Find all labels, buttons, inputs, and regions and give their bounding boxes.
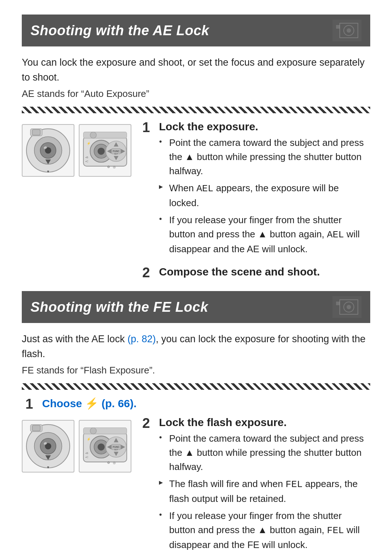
ae-intro-2: AE stands for “Auto Exposure” — [22, 88, 370, 99]
svg-text:◎: ◎ — [113, 461, 116, 465]
fe-steps-col: 2 Lock the flash exposure. Point the cam… — [142, 416, 370, 552]
ae-bullet-3: If you release your finger from the shut… — [159, 213, 370, 256]
ae-step-2-title: Compose the scene and shoot. — [159, 266, 320, 278]
fe-intro-2: FE stands for “Flash Exposure”. — [22, 365, 370, 376]
fe-intro-1: Just as with the AE lock (p. 82), you ca… — [22, 332, 370, 361]
fe-step-2: 2 Lock the flash exposure. Point the cam… — [142, 416, 370, 552]
svg-text:SET: SET — [114, 449, 118, 451]
svg-text:•C: •C — [85, 160, 89, 163]
svg-text:▼: ▼ — [46, 465, 50, 469]
fe-lock-section: Shooting with the FE Lock Just as with t… — [22, 291, 370, 552]
ae-bullet-1: Point the camera toward the subject and … — [159, 136, 370, 178]
ae-step-1-num: 1 — [142, 120, 155, 134]
ae-section-title: Shooting with the AE Lock — [30, 23, 209, 38]
ae-step-1: 1 Lock the exposure. Point the camera to… — [142, 120, 370, 259]
ae-images: ▼ FUNC SET — [22, 124, 131, 177]
fe-step-1: 1 Choose ⚡ (p. 66). — [22, 397, 370, 413]
svg-rect-38 — [32, 425, 40, 431]
ae-steps-col: 1 Lock the exposure. Point the camera to… — [142, 120, 370, 287]
ae-camera-top: ▼ — [22, 124, 74, 177]
fe-step-1-num: 1 — [25, 397, 38, 411]
ae-bullet-2: When AEL appears, the exposure will be l… — [159, 181, 370, 210]
svg-text:•B: •B — [85, 451, 88, 455]
ae-step-2-content: Compose the scene and shoot. — [159, 266, 320, 281]
fe-images: ▼ FUNC SET — [22, 420, 131, 473]
ae-step-2: 2 Compose the scene and shoot. — [142, 266, 370, 281]
ae-stripe-divider — [22, 107, 370, 113]
svg-point-31 — [347, 305, 351, 309]
svg-point-1 — [347, 28, 351, 33]
fe-content-row: ▼ FUNC SET — [22, 416, 370, 552]
fe-bullet-1: Point the camera toward the subject and … — [159, 432, 370, 474]
fe-step-2-bullets: Point the camera toward the subject and … — [159, 432, 370, 552]
fe-step-2-title: Lock the flash exposure. — [159, 416, 370, 429]
svg-point-14 — [98, 148, 105, 155]
fe-step-2-num: 2 — [142, 416, 155, 430]
svg-text:⚙: ⚙ — [107, 461, 110, 465]
svg-rect-8 — [32, 130, 40, 135]
ae-section-header: Shooting with the AE Lock — [22, 15, 370, 46]
svg-text:SET: SET — [114, 153, 118, 155]
ae-content-row: ▼ FUNC SET — [22, 120, 370, 287]
fe-page-ref[interactable]: (p. 82) — [127, 334, 156, 344]
svg-text:▼: ▼ — [46, 169, 50, 173]
fe-section-header: Shooting with the FE Lock — [22, 291, 370, 323]
ae-step-1-content: Lock the exposure. Point the camera towa… — [159, 120, 370, 259]
svg-point-54 — [90, 428, 96, 434]
ae-intro-1: You can lock the exposure and shoot, or … — [22, 55, 370, 85]
fe-header-graphic — [332, 296, 362, 318]
ae-lock-section: Shooting with the AE Lock You can lock t… — [22, 15, 370, 287]
ae-step-2-num: 2 — [142, 266, 155, 279]
fe-camera-top: ▼ — [22, 420, 74, 473]
fe-step-2-content: Lock the flash exposure. Point the camer… — [159, 416, 370, 552]
svg-point-44 — [98, 443, 105, 451]
ae-step-1-title: Lock the exposure. — [159, 120, 370, 133]
ae-header-graphic — [332, 20, 362, 41]
ae-step-1-bullets: Point the camera toward the subject and … — [159, 136, 370, 256]
svg-point-24 — [90, 132, 96, 138]
fe-stripe-divider — [22, 383, 370, 390]
fe-step-1-content: Choose ⚡ (p. 66). — [42, 397, 136, 413]
svg-text:◎: ◎ — [113, 165, 116, 169]
fe-bullet-3: If you release your finger from the shut… — [159, 509, 370, 552]
svg-text:⚡: ⚡ — [87, 141, 91, 146]
svg-text:⚙: ⚙ — [107, 165, 110, 169]
fe-bullet-2: The flash will fire and when FEL appears… — [159, 477, 370, 506]
fe-camera-side: FUNC SET ⚡ •B •C ⚙ ◎ — [79, 420, 131, 473]
svg-text:FUNC: FUNC — [113, 150, 119, 152]
fe-p66-link[interactable]: (p. 66) — [102, 397, 134, 409]
ae-camera-side: FUNC SET ⚡ •B — [79, 124, 131, 177]
svg-text:•C: •C — [85, 455, 89, 459]
svg-text:•B: •B — [85, 156, 88, 159]
svg-text:⚡: ⚡ — [87, 437, 91, 441]
fe-step-1-title: Choose ⚡ (p. 66). — [42, 397, 136, 410]
svg-text:FUNC: FUNC — [113, 446, 119, 448]
fe-section-title: Shooting with the FE Lock — [30, 299, 208, 315]
